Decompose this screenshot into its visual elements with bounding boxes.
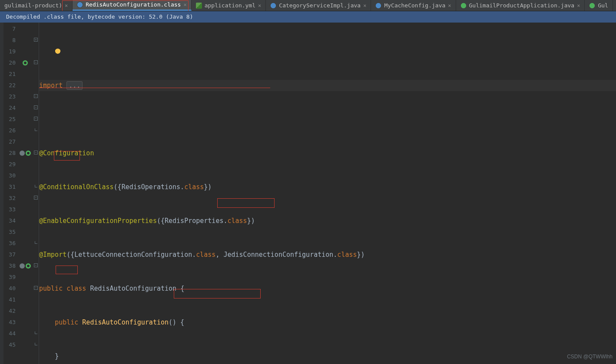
code-editor[interactable]: 7819202122232425262728293031323334353637… (0, 23, 616, 364)
decompiled-banner: Decompiled .class file, bytecode version… (0, 11, 616, 23)
code-line[interactable]: import ... (39, 80, 616, 91)
fold-collapse-icon[interactable]: − (34, 105, 38, 109)
fold-expand-icon[interactable]: + (34, 38, 38, 42)
fold-collapse-icon[interactable]: − (34, 60, 38, 64)
close-icon[interactable]: × (577, 0, 580, 11)
java-file-icon (375, 3, 381, 9)
override-gutter-icon[interactable] (20, 263, 25, 269)
line-number: 45 (3, 339, 17, 351)
code-line[interactable]: public class RedisAutoConfiguration { (39, 283, 616, 294)
gutter-slot (17, 57, 33, 69)
fold-collapse-icon[interactable]: − (34, 117, 38, 121)
fold-slot (33, 271, 39, 282)
editor-tab-bar: gulimail-product) × RedisAutoConfigurati… (0, 0, 616, 11)
close-icon[interactable]: × (65, 0, 68, 11)
line-number: 34 (3, 215, 17, 226)
tab-label: gulimail-product) (4, 0, 62, 11)
gutter-slot (17, 260, 33, 272)
fold-slot: + (33, 34, 39, 45)
line-number: 35 (3, 226, 17, 238)
line-number: 44 (3, 328, 17, 339)
fold-slot (33, 327, 39, 338)
line-number: 30 (3, 170, 17, 181)
annotation-box-redistemplate (217, 198, 275, 208)
line-number: 38 (3, 260, 17, 272)
fold-collapse-icon[interactable]: − (34, 196, 38, 200)
fold-slot: − (33, 147, 39, 158)
line-number: 39 (3, 272, 17, 283)
line-number: 32 (3, 193, 17, 204)
gutter-slot (17, 91, 33, 102)
fold-end-icon (35, 128, 37, 131)
line-number: 33 (3, 204, 17, 215)
code-line[interactable]: @EnableConfigurationProperties({RedisPro… (39, 215, 616, 226)
tab-my-cache-config[interactable]: MyCacheConfig.java × (371, 0, 456, 11)
gutter-slot (17, 249, 33, 260)
gutter-slot (17, 294, 33, 305)
fold-slot: − (33, 282, 39, 293)
fold-slot (33, 158, 39, 169)
fold-collapse-icon[interactable]: − (34, 151, 38, 154)
gutter-slot (17, 102, 33, 114)
spring-app-icon (589, 3, 595, 9)
close-icon[interactable]: × (448, 0, 451, 11)
line-number: 22 (3, 80, 17, 91)
fold-collapse-icon[interactable]: − (34, 94, 38, 98)
run-gutter-icon[interactable] (26, 263, 31, 269)
spring-app-icon (460, 3, 467, 9)
tab-application-yml[interactable]: application.yml × (192, 0, 266, 11)
line-number: 29 (3, 159, 17, 170)
run-gutter-icon[interactable] (26, 151, 31, 156)
code-line[interactable] (39, 46, 616, 57)
gutter-slot (17, 148, 33, 159)
line-number: 28 (3, 148, 17, 159)
tab-truncated[interactable]: Gul (585, 0, 613, 11)
fold-slot: − (33, 102, 39, 113)
line-number: 36 (3, 238, 17, 249)
code-line[interactable]: public RedisAutoConfiguration() { (39, 317, 616, 328)
gutter-slot (17, 193, 33, 204)
gutter-slot (17, 328, 33, 339)
close-icon[interactable]: × (183, 0, 186, 10)
override-gutter-icon[interactable] (20, 151, 25, 156)
tab-redis-auto-configuration[interactable]: RedisAutoConfiguration.class × (73, 0, 191, 11)
fold-slot (33, 305, 39, 316)
line-number: 8 (3, 35, 17, 46)
run-gutter-icon[interactable] (23, 60, 28, 66)
close-icon[interactable]: × (258, 0, 261, 11)
gutter-slot (17, 339, 33, 351)
line-number: 20 (3, 57, 17, 69)
fold-slot: − (33, 259, 39, 271)
line-number: 24 (3, 102, 17, 114)
bulb-icon[interactable] (55, 49, 61, 55)
code-line[interactable]: } (39, 351, 616, 362)
gutter-slot (17, 226, 33, 238)
code-line[interactable]: @ConditionalOnClass({RedisOperations.cla… (39, 181, 616, 193)
gutter-slot (17, 204, 33, 215)
tab-label: CategoryServiceImpl.java (279, 0, 361, 11)
fold-collapse-icon[interactable]: − (34, 286, 38, 290)
fold-end-icon (35, 241, 37, 244)
folded-region[interactable]: ... (66, 81, 83, 90)
line-number: 31 (3, 181, 17, 193)
fold-slot (33, 316, 39, 327)
close-icon[interactable]: × (363, 0, 366, 11)
fold-slot (33, 226, 39, 237)
fold-slot: − (33, 90, 39, 102)
fold-slot (33, 68, 39, 79)
annotation-box-bean2 (56, 266, 78, 274)
tab-fragment-left[interactable]: gulimail-product) × (0, 0, 73, 11)
fold-slot (33, 45, 39, 56)
fold-collapse-icon[interactable]: − (34, 263, 38, 267)
fold-slot (33, 79, 39, 90)
tab-gulimail-product-application[interactable]: GulimailProductApplication.java × (456, 0, 585, 11)
code-area[interactable]: import ... @Configuration @ConditionalOn… (39, 23, 616, 364)
code-line[interactable]: @Configuration (39, 148, 616, 159)
line-number: 26 (3, 125, 17, 136)
tab-category-service-impl[interactable]: CategoryServiceImpl.java × (266, 0, 371, 11)
code-line[interactable] (39, 114, 616, 125)
java-file-icon (270, 3, 276, 9)
fold-slot (33, 338, 39, 350)
code-line[interactable]: @Import({LettuceConnectionConfiguration.… (39, 249, 616, 260)
watermark: CSDN @QTWWlhh (567, 351, 613, 362)
